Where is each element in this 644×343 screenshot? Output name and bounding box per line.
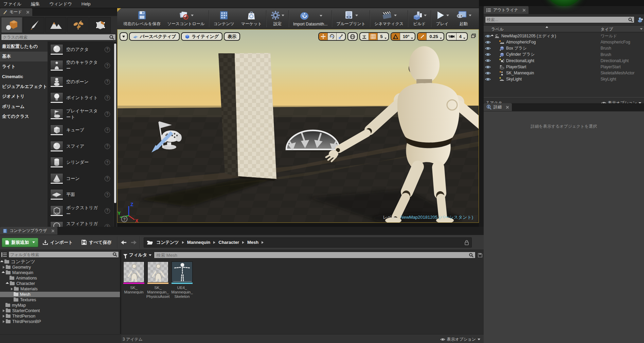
close-icon[interactable] [26, 11, 30, 14]
save-all-button[interactable]: すべて保存 [77, 237, 116, 248]
grid-snap-value[interactable]: 5 [377, 33, 388, 40]
menu-help[interactable]: Help [82, 1, 91, 6]
back-button[interactable] [119, 240, 129, 245]
save-level-button[interactable]: 現在のレベルを保存 [120, 9, 164, 29]
show-button[interactable]: 表示 [224, 32, 240, 41]
horizontal-splitter[interactable] [117, 223, 479, 227]
modes-scrollbar[interactable] [114, 42, 117, 227]
rotate-tool-button[interactable] [327, 33, 336, 40]
collapsed-arrow-icon[interactable] [2, 309, 5, 312]
outliner-row-skmannequin[interactable]: SK_Mannequin SkeletalMeshActor [484, 70, 644, 76]
lock-icon[interactable] [465, 240, 469, 246]
folder-search-input[interactable] [9, 252, 112, 257]
outliner-row-cylinderbrush[interactable]: Cylinder ブラシ Brush [484, 52, 644, 58]
cinematics-button[interactable]: シネマティクス [371, 9, 407, 29]
menu-window[interactable]: ウィンドウ [49, 1, 72, 7]
column-options-caret-icon[interactable] [640, 28, 643, 30]
camera-speed-button[interactable] [447, 33, 456, 40]
outliner-search-input[interactable] [485, 17, 628, 22]
outliner-header[interactable]: ラベル タイプ [484, 25, 644, 32]
import-button[interactable]: インポート [38, 237, 77, 248]
category-lights[interactable]: ライト [0, 61, 48, 72]
filters-button[interactable]: フィルタ [123, 252, 151, 258]
perspective-button[interactable]: パースペクティブ [129, 32, 180, 41]
visibility-eye-icon[interactable] [485, 65, 491, 69]
viewport-options-button[interactable] [120, 32, 128, 41]
breadcrumb-mannequin[interactable]: Mannequin [187, 240, 211, 245]
visibility-eye-icon[interactable] [485, 40, 491, 44]
placement-item-plane[interactable]: 平面 ? [48, 187, 113, 203]
breadcrumb-character[interactable]: Character [218, 240, 239, 245]
category-volumes[interactable]: ボリューム [0, 102, 48, 112]
box-brush-column[interactable] [218, 53, 276, 181]
play-button[interactable]: プレイ [432, 9, 452, 29]
maximize-viewport-button[interactable] [471, 34, 476, 39]
asset-ue4-mannequin-skeleton[interactable]: UE4_Mannequin_Skeleton [172, 261, 193, 299]
place-mode-tab[interactable] [1, 17, 22, 33]
menu-file[interactable]: ファイル [3, 1, 21, 7]
collapsed-arrow-icon[interactable] [10, 288, 13, 291]
outliner-row-playerstart[interactable]: PlayerStart PlayerStart [484, 64, 644, 70]
tab-modes[interactable]: モード [0, 8, 32, 16]
tree-item-startercontent[interactable]: StarterContent [0, 308, 120, 313]
tree-item-mannequin[interactable]: Mannequin [0, 270, 120, 275]
launch-button[interactable]: 起動 [452, 9, 475, 29]
asset-search-input[interactable] [154, 253, 469, 258]
geometry-mode-tab[interactable] [89, 17, 111, 33]
tree-item-thirdpersonbp[interactable]: ThirdPersonBP [0, 319, 120, 324]
visibility-eye-icon[interactable] [485, 77, 491, 82]
visibility-eye-icon[interactable] [485, 71, 491, 75]
placement-item-sphere[interactable]: スフィア ? [48, 138, 113, 155]
import-datasmith-button[interactable]: Import Datasmith... [290, 9, 331, 29]
menu-edit[interactable]: 編集 [31, 1, 40, 7]
tree-item-textures[interactable]: Textures [0, 297, 120, 303]
grid-snap-toggle[interactable] [369, 33, 377, 40]
scale-snap-value[interactable]: 0.25 [426, 33, 443, 40]
collapsed-arrow-icon[interactable] [2, 320, 5, 323]
surface-snap-button[interactable] [360, 33, 369, 40]
category-all-classes[interactable]: 全てのクラス [0, 112, 48, 122]
expanded-arrow-icon[interactable] [1, 260, 4, 264]
blueprints-button[interactable]: ブループリント [333, 9, 369, 29]
visibility-eye-icon[interactable] [485, 52, 491, 57]
help-icon[interactable]: ? [105, 127, 110, 133]
tree-item-materials[interactable]: Materials [0, 286, 120, 292]
tree-item-mymap[interactable]: myMap [0, 303, 120, 308]
expanded-arrow-icon[interactable] [6, 282, 9, 285]
placement-item-empty-actor[interactable]: 空のアクタ ? [48, 41, 113, 58]
scrollbar-thumb[interactable] [114, 43, 116, 203]
asset-sk-mannequin-physicsasset[interactable]: SK_Mannequin_PhysicsAsset [147, 261, 168, 299]
outliner-row-atmosphericfog[interactable]: AtmosphericFog AtmosphericFog [484, 39, 644, 45]
tree-item-animations[interactable]: Animations [0, 275, 120, 281]
category-cinematic[interactable]: Cinematic [0, 72, 48, 82]
outliner-row-directionallight[interactable]: DirectionalLight DirectionalLight [484, 58, 644, 64]
world-local-toggle[interactable] [347, 32, 358, 41]
add-new-button[interactable]: 新規追加 [2, 238, 38, 247]
expanded-arrow-icon[interactable] [2, 271, 5, 274]
category-geometry[interactable]: ジオメトリ [0, 92, 48, 102]
label-column-header[interactable]: ラベル [491, 26, 504, 32]
viewport-help-icon[interactable]: ? [122, 216, 127, 222]
category-visual-effects[interactable]: ビジュアルエフェクト [0, 82, 48, 92]
close-icon[interactable] [506, 106, 509, 109]
tree-item-geometry[interactable]: Geometry [0, 265, 120, 270]
category-recent[interactable]: 最近配置したもの [0, 41, 48, 52]
category-basic[interactable]: 基本 [0, 52, 48, 62]
rotation-snap-toggle[interactable] [391, 33, 400, 40]
rotation-snap-value[interactable]: 10° [400, 33, 415, 40]
close-icon[interactable] [522, 8, 526, 12]
placement-item-sphere-trigger[interactable]: スフィアトリガー ? [48, 219, 113, 227]
tab-details[interactable]: 詳細 [484, 103, 512, 111]
placement-item-box-trigger[interactable]: ボックストリガー ? [48, 203, 113, 219]
placement-item-empty-character[interactable]: 空のキャラクター ? [48, 58, 113, 74]
type-column-header[interactable]: タイプ [601, 26, 613, 32]
help-icon[interactable]: ? [105, 111, 110, 117]
outliner-row-boxbrush[interactable]: Box ブラシ Brush [484, 45, 644, 51]
foliage-mode-tab[interactable] [67, 17, 89, 33]
add-filter-icon[interactable] [637, 17, 643, 22]
sources-toggle-icon[interactable] [1, 252, 7, 257]
breadcrumb-mesh[interactable]: Mesh [247, 240, 258, 245]
tree-item-character[interactable]: Character [0, 281, 120, 286]
placement-item-cylinder[interactable]: シリンダー ? [48, 155, 113, 171]
help-icon[interactable]: ? [105, 160, 110, 165]
